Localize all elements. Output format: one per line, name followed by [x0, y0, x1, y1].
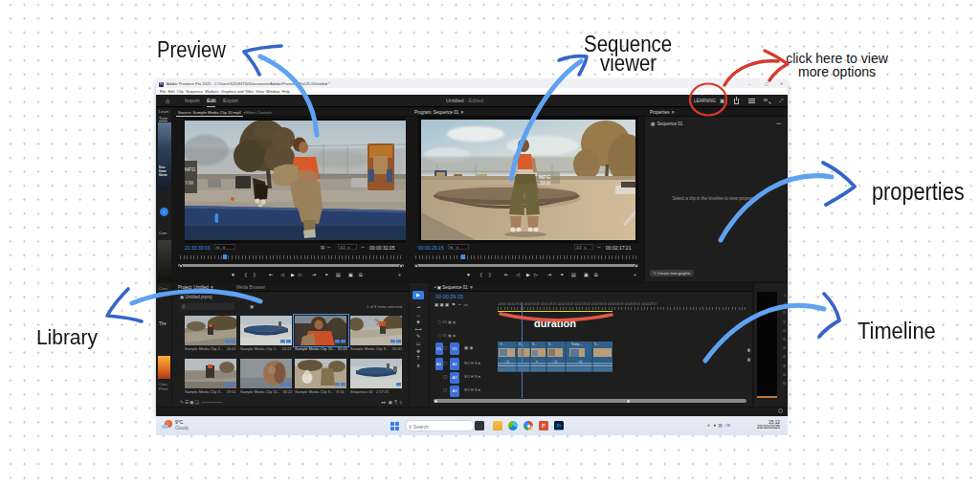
svg-text:NFG: NFG [185, 166, 196, 172]
svg-text:S...: S... [594, 342, 599, 346]
svg-text:Y/M: Y/M [185, 180, 193, 186]
svg-text:◁): ◁) [505, 360, 509, 364]
svg-text:S...: S... [501, 342, 505, 346]
svg-text:◁): ◁) [578, 360, 582, 364]
svg-text:S...: S... [532, 342, 537, 346]
svg-text:SKM: SKM [540, 180, 550, 186]
svg-text:S...: S... [548, 342, 553, 346]
svg-text:x: x [536, 360, 538, 364]
svg-text:◁): ◁) [553, 360, 557, 364]
svg-text:Samp...: Samp... [571, 342, 582, 346]
